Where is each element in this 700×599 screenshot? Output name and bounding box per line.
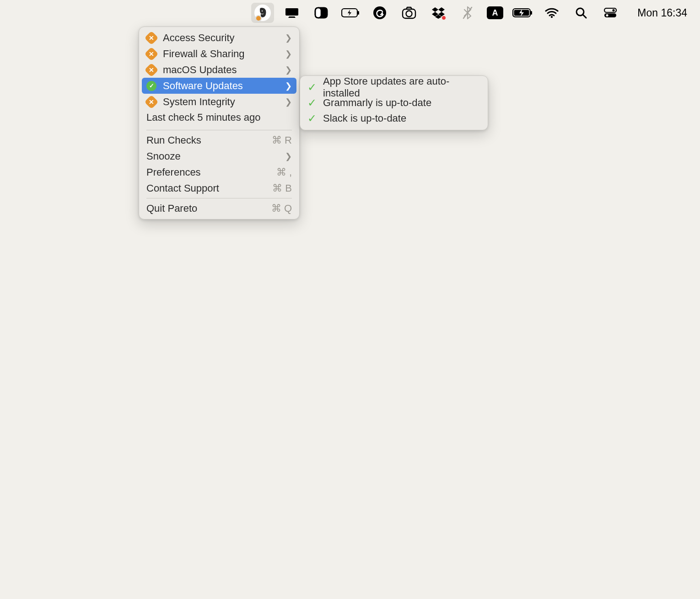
menu-item-system-integrity[interactable]: ✕ System Integrity ❯ bbox=[139, 94, 299, 110]
menu-item-label: Firewall & Sharing bbox=[163, 48, 279, 60]
chevron-right-icon: ❯ bbox=[285, 65, 292, 75]
keyboard-language-icon[interactable]: A bbox=[485, 3, 505, 23]
menu-item-contact-support[interactable]: Contact Support ⌘ B bbox=[139, 180, 299, 196]
menu-shortcut: ⌘ , bbox=[276, 166, 292, 178]
pareto-dropdown-menu: ✕ Access Security ❯ ✕ Firewall & Sharing… bbox=[139, 27, 300, 219]
checkmark-icon: ✓ bbox=[307, 81, 317, 94]
svg-rect-7 bbox=[358, 11, 359, 15]
svg-point-8 bbox=[373, 6, 386, 19]
menu-separator bbox=[146, 130, 292, 130]
menu-item-preferences[interactable]: Preferences ⌘ , bbox=[139, 164, 299, 180]
svg-point-21 bbox=[613, 9, 615, 11]
chevron-right-icon: ❯ bbox=[285, 151, 292, 161]
control-center-icon[interactable] bbox=[599, 3, 622, 23]
submenu-item-slack[interactable]: ✓ Slack is up-to-date bbox=[300, 111, 488, 126]
menu-item-label: Run Checks bbox=[146, 134, 265, 146]
battery-charging-icon-2[interactable] bbox=[511, 3, 534, 23]
bluetooth-off-icon[interactable] bbox=[456, 3, 479, 23]
menu-item-snooze[interactable]: Snooze ❯ bbox=[139, 148, 299, 164]
menubar: A bbox=[0, 0, 700, 26]
last-check-label: Last check 5 minutes ago bbox=[139, 110, 299, 128]
menu-item-run-checks[interactable]: Run Checks ⌘ R bbox=[139, 132, 299, 148]
dropbox-icon[interactable] bbox=[427, 3, 450, 23]
status-warning-icon: ✕ bbox=[144, 47, 158, 61]
chevron-right-icon: ❯ bbox=[285, 81, 292, 91]
svg-point-17 bbox=[551, 16, 553, 18]
pareto-menubar-icon[interactable] bbox=[251, 3, 274, 23]
menu-item-label: Contact Support bbox=[146, 182, 266, 194]
svg-text:A: A bbox=[492, 8, 498, 17]
checkmark-icon: ✓ bbox=[307, 96, 317, 109]
menu-item-access-security[interactable]: ✕ Access Security ❯ bbox=[139, 30, 299, 46]
menu-item-label: Access Security bbox=[163, 32, 279, 44]
grammarly-icon[interactable] bbox=[368, 3, 391, 23]
submenu-item-appstore[interactable]: ✓ App Store updates are auto-installed bbox=[300, 80, 488, 95]
status-ok-icon: ✓ bbox=[146, 81, 156, 91]
menu-separator bbox=[146, 198, 292, 198]
chevron-right-icon: ❯ bbox=[285, 33, 292, 43]
menu-item-label: Preferences bbox=[146, 166, 270, 178]
split-rectangle-icon[interactable] bbox=[310, 3, 333, 23]
spotlight-search-icon[interactable] bbox=[570, 3, 592, 23]
submenu-item-label: Grammarly is up-to-date bbox=[323, 97, 431, 109]
svg-point-23 bbox=[606, 14, 608, 16]
svg-line-19 bbox=[583, 15, 586, 18]
wifi-icon[interactable] bbox=[540, 3, 563, 23]
menu-item-software-updates[interactable]: ✓ Software Updates ❯ bbox=[142, 78, 296, 94]
menu-item-macos-updates[interactable]: ✕ macOS Updates ❯ bbox=[139, 62, 299, 78]
menu-item-label: Quit Pareto bbox=[146, 203, 265, 214]
menu-item-quit[interactable]: Quit Pareto ⌘ Q bbox=[139, 200, 299, 216]
status-warning-icon: ✕ bbox=[144, 63, 158, 77]
menu-shortcut: ⌘ R bbox=[272, 134, 292, 146]
status-warning-icon: ✕ bbox=[144, 95, 158, 109]
status-warning-icon: ✕ bbox=[144, 31, 158, 45]
camera-timer-icon[interactable] bbox=[398, 3, 420, 23]
menubar-items: A bbox=[251, 3, 687, 23]
svg-rect-15 bbox=[531, 11, 532, 15]
menu-shortcut: ⌘ B bbox=[272, 182, 292, 194]
menu-item-label: macOS Updates bbox=[163, 64, 279, 76]
menu-item-firewall-sharing[interactable]: ✕ Firewall & Sharing ❯ bbox=[139, 46, 299, 62]
submenu-item-label: Slack is up-to-date bbox=[323, 112, 406, 124]
software-updates-submenu: ✓ App Store updates are auto-installed ✓… bbox=[300, 75, 488, 130]
menu-item-label: System Integrity bbox=[163, 96, 279, 108]
chevron-right-icon: ❯ bbox=[285, 97, 292, 107]
svg-point-10 bbox=[406, 11, 412, 17]
submenu-item-label: App Store updates are auto-installed bbox=[323, 75, 480, 99]
checkmark-icon: ✓ bbox=[307, 112, 317, 125]
menubar-clock[interactable]: Mon 16:34 bbox=[637, 7, 687, 19]
display-icon[interactable] bbox=[280, 3, 303, 23]
menu-item-label: Software Updates bbox=[163, 80, 279, 92]
battery-charging-icon-1[interactable] bbox=[339, 3, 362, 23]
menu-item-label: Snooze bbox=[146, 150, 279, 162]
chevron-right-icon: ❯ bbox=[285, 49, 292, 59]
menu-shortcut: ⌘ Q bbox=[271, 203, 292, 214]
svg-point-1 bbox=[262, 11, 263, 11]
